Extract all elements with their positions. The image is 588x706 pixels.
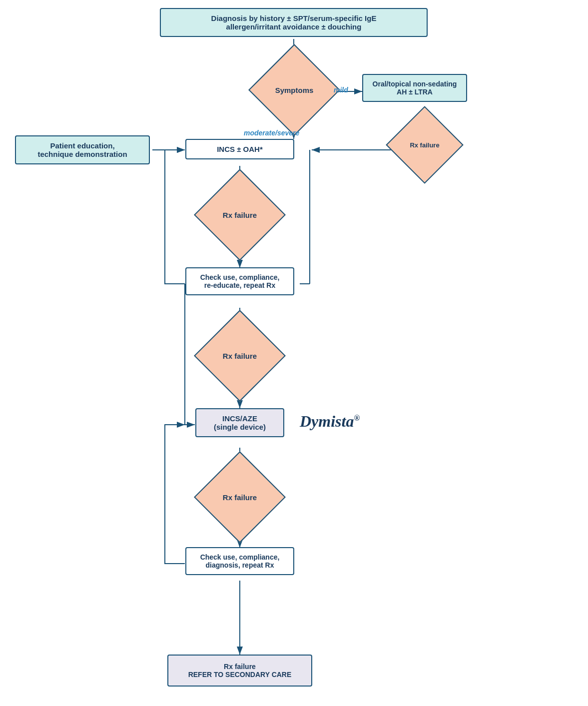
symptoms-diamond xyxy=(248,44,340,136)
incs-aze-box: INCS/AZE (single device) xyxy=(195,408,284,437)
rx-failure-4-diamond xyxy=(386,106,464,184)
rx-failure-2-diamond xyxy=(194,310,286,402)
incs-oah-box: INCS ± OAH* xyxy=(185,139,294,159)
mild-label: mild xyxy=(334,86,348,94)
check-compliance-2-box: Check use, compliance, diagnosis, repeat… xyxy=(185,547,294,575)
check-compliance-1-box: Check use, compliance, re-educate, repea… xyxy=(185,267,294,295)
diagnosis-line2: allergen/irritant avoidance ± douching xyxy=(226,22,362,31)
diagnosis-line1: Diagnosis by history ± SPT/serum-specifi… xyxy=(211,14,377,22)
refer-line2: REFER TO SECONDARY CARE xyxy=(188,671,292,679)
dymista-logo: Dymista® xyxy=(300,412,360,431)
refer-box: Rx failure REFER TO SECONDARY CARE xyxy=(167,655,312,687)
rx-failure-1-diamond xyxy=(194,169,286,261)
moderate-label: moderate/severe xyxy=(244,129,299,137)
flowchart-container: Diagnosis by history ± SPT/serum-specifi… xyxy=(0,0,588,706)
refer-line1: Rx failure xyxy=(224,663,256,671)
diagnosis-box: Diagnosis by history ± SPT/serum-specifi… xyxy=(160,8,428,37)
rx-failure-3-diamond xyxy=(194,451,286,543)
oral-topical-box: Oral/topical non-sedating AH ± LTRA xyxy=(362,74,467,102)
patient-education-box: Patient education, technique demonstrati… xyxy=(15,135,150,164)
